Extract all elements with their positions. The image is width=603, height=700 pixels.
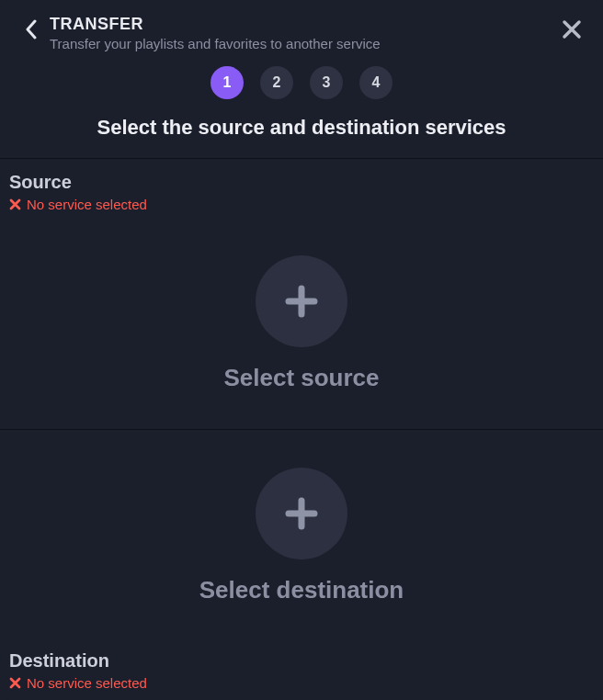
destination-section-header: Destination No service selected [0, 641, 603, 696]
transfer-modal: TRANSFER Transfer your playlists and fav… [0, 0, 603, 700]
close-button[interactable] [559, 17, 585, 42]
source-title: Source [9, 172, 594, 193]
close-icon [562, 19, 582, 40]
source-error-text: No service selected [27, 197, 147, 212]
plus-circle [256, 255, 347, 347]
back-button[interactable] [18, 17, 44, 42]
header-text: TRANSFER Transfer your playlists and fav… [50, 15, 559, 51]
destination-title: Destination [9, 650, 594, 672]
step-indicator: 1 2 3 4 [0, 66, 603, 99]
chevron-left-icon [25, 19, 38, 40]
select-destination-label: Select destination [199, 576, 404, 604]
select-source-label: Select source [223, 364, 379, 392]
source-section-header: Source No service selected [0, 159, 603, 218]
step-subtitle: Select the source and destination servic… [0, 116, 603, 140]
destination-error-text: No service selected [27, 675, 147, 691]
modal-header: TRANSFER Transfer your playlists and fav… [0, 0, 603, 61]
select-source-button[interactable]: Select source [0, 218, 603, 429]
step-4[interactable]: 4 [359, 66, 393, 99]
page-title: TRANSFER [50, 15, 559, 34]
source-error: No service selected [9, 197, 594, 212]
step-2[interactable]: 2 [260, 66, 293, 99]
x-icon [9, 677, 21, 689]
destination-error: No service selected [9, 675, 594, 691]
plus-icon [281, 281, 322, 322]
select-destination-button[interactable]: Select destination [0, 430, 603, 641]
step-3[interactable]: 3 [310, 66, 343, 99]
page-subtitle: Transfer your playlists and favorites to… [50, 36, 559, 51]
plus-icon [281, 493, 322, 534]
x-icon [9, 198, 21, 210]
step-1[interactable]: 1 [210, 66, 244, 99]
plus-circle [256, 468, 347, 559]
